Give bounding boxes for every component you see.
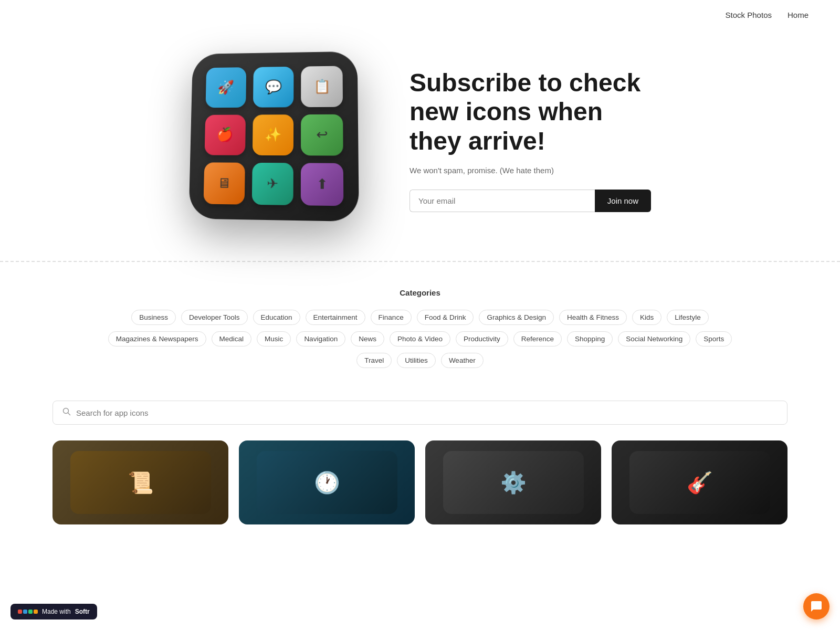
- category-tag-navigation[interactable]: Navigation: [296, 331, 345, 346]
- category-tag-kids[interactable]: Kids: [632, 310, 662, 325]
- icon-card-3: ⚙️: [425, 440, 601, 524]
- category-tag-health-&-fitness[interactable]: Health & Fitness: [559, 310, 627, 325]
- category-tag-music[interactable]: Music: [257, 331, 291, 346]
- category-tag-news[interactable]: News: [351, 331, 384, 346]
- category-tag-shopping[interactable]: Shopping: [567, 331, 613, 346]
- category-tag-social-networking[interactable]: Social Networking: [618, 331, 690, 346]
- category-tag-reference[interactable]: Reference: [513, 331, 562, 346]
- icon-card-1: 📜: [52, 440, 228, 524]
- category-tag-entertainment[interactable]: Entertainment: [306, 310, 365, 325]
- svg-line-1: [68, 413, 70, 415]
- app-icon-6: ↩: [301, 114, 343, 156]
- category-tag-sports[interactable]: Sports: [696, 331, 732, 346]
- categories-section: Categories BusinessDeveloper ToolsEducat…: [0, 262, 840, 395]
- categories-row-2: Magazines & NewspapersMedicalMusicNaviga…: [52, 331, 788, 346]
- icon-grid: 📜 🕐 ⚙️ 🎸: [0, 435, 840, 545]
- category-tag-travel[interactable]: Travel: [356, 353, 392, 368]
- search-section: [0, 395, 840, 435]
- hero-content: Subscribe to check new icons when they a…: [410, 68, 651, 212]
- category-tag-business[interactable]: Business: [131, 310, 176, 325]
- search-bar: [52, 401, 788, 425]
- search-input[interactable]: [76, 408, 778, 417]
- app-icon-4: 🍎: [205, 114, 246, 155]
- nav-home[interactable]: Home: [788, 10, 808, 19]
- app-icon-9: ⬆: [301, 163, 343, 206]
- categories-title: Categories: [52, 288, 788, 297]
- categories-row-3: TravelUtilitiesWeather: [52, 353, 788, 368]
- category-tag-medical[interactable]: Medical: [212, 331, 252, 346]
- hero-subtext: We won't spam, promise. (We hate them): [410, 166, 651, 175]
- category-tag-productivity[interactable]: Productivity: [456, 331, 508, 346]
- app-icon-7: 🖥: [204, 163, 245, 205]
- icon-card-2: 🕐: [239, 440, 415, 524]
- app-icon-2: 💬: [253, 67, 294, 108]
- category-tag-developer-tools[interactable]: Developer Tools: [181, 310, 248, 325]
- categories-row-1: BusinessDeveloper ToolsEducationEntertai…: [52, 310, 788, 325]
- search-icon: [62, 407, 71, 418]
- email-input[interactable]: [410, 190, 595, 212]
- hero-heading: Subscribe to check new icons when they a…: [410, 68, 651, 155]
- category-tag-magazines-&-newspapers[interactable]: Magazines & Newspapers: [108, 331, 206, 346]
- email-form: Join now: [410, 190, 651, 212]
- app-icon-1: 🚀: [205, 67, 246, 108]
- category-tag-education[interactable]: Education: [253, 310, 300, 325]
- category-tag-utilities[interactable]: Utilities: [397, 353, 436, 368]
- nav: Stock Photos Home: [0, 0, 840, 30]
- app-icon-3: 📋: [301, 66, 343, 107]
- join-button[interactable]: Join now: [595, 190, 651, 212]
- app-grid: 🚀 💬 📋 🍎 ✨ ↩ 🖥 ✈ ⬆: [188, 51, 359, 222]
- icon-card-4: 🎸: [612, 440, 788, 524]
- category-tag-finance[interactable]: Finance: [371, 310, 412, 325]
- category-tag-graphics-&-design[interactable]: Graphics & Design: [479, 310, 554, 325]
- nav-stock-photos[interactable]: Stock Photos: [726, 10, 772, 19]
- category-tag-weather[interactable]: Weather: [441, 353, 484, 368]
- category-tag-photo-&-video[interactable]: Photo & Video: [390, 331, 450, 346]
- hero-section: 🚀 💬 📋 🍎 ✨ ↩ 🖥 ✈ ⬆ Subscribe to check new…: [0, 30, 840, 261]
- category-tag-food-&-drink[interactable]: Food & Drink: [417, 310, 474, 325]
- app-icon-5: ✨: [253, 114, 294, 156]
- category-tag-lifestyle[interactable]: Lifestyle: [667, 310, 709, 325]
- hero-image: 🚀 💬 📋 🍎 ✨ ↩ 🖥 ✈ ⬆: [189, 51, 368, 229]
- app-icon-8: ✈: [251, 163, 293, 205]
